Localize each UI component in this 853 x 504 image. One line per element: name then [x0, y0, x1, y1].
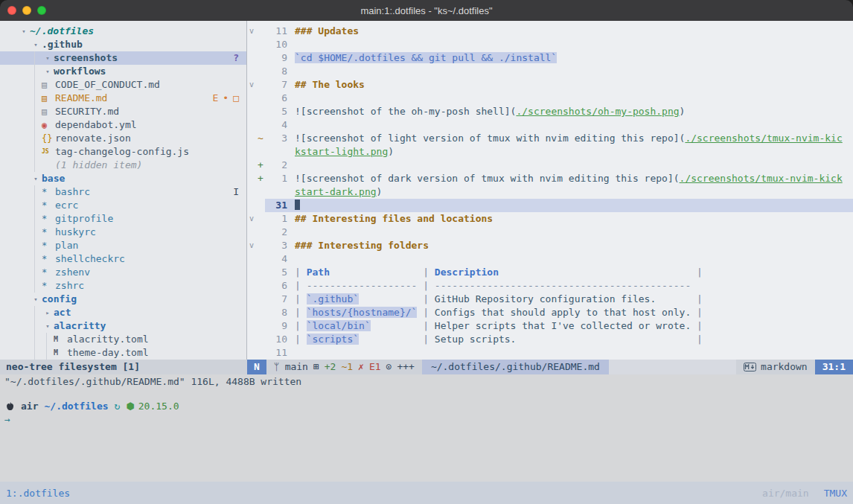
tree-item-alacritty[interactable]: ▾alacritty: [0, 319, 246, 333]
titlebar[interactable]: main:1:.dotfiles - "ks~/.dotfiles": [0, 0, 853, 21]
tree-item-theme-day-toml[interactable]: Mtheme-day.toml: [0, 346, 246, 360]
editor-line[interactable]: 9`cd $HOME/.dotfiles && git pull && ./in…: [247, 51, 853, 65]
chevron-down-icon[interactable]: ▾: [30, 38, 42, 51]
editor-line[interactable]: 8| `hosts/{hostname}/` | Configs that sh…: [247, 306, 853, 319]
line-text: ## Interesting files and locations: [295, 212, 493, 226]
editor-line[interactable]: v1## Interesting files and locations: [247, 212, 853, 226]
prompt-input-line[interactable]: →: [0, 413, 853, 427]
fold-icon[interactable]: v: [247, 25, 256, 38]
nvim-area: ▾~/.dotfiles▾.github▾screenshots?▾workfl…: [0, 21, 853, 360]
line-number: [265, 145, 287, 159]
editor-line[interactable]: v11### Updates: [247, 25, 853, 38]
editor-buffer[interactable]: v11### Updates109`cd $HOME/.dotfiles && …: [247, 21, 853, 360]
tree-item-github[interactable]: ▾.github: [0, 38, 246, 51]
tree-item-dependabot-yml[interactable]: ◉dependabot.yml: [0, 118, 246, 132]
chevron-down-icon[interactable]: ▾: [30, 172, 42, 185]
editor-line[interactable]: v3### Interesting folders: [247, 239, 853, 252]
editor-line[interactable]: 10| `scripts` | Setup scripts. |: [247, 333, 853, 346]
tree-item-label: (1 hidden item): [55, 159, 142, 172]
editor-line[interactable]: +1![screenshot of dark version of tmux w…: [247, 172, 853, 185]
syntax-pipe: |: [691, 320, 703, 331]
tree-item-act[interactable]: ▸act: [0, 306, 246, 319]
syntax-pipe: |: [417, 307, 434, 318]
tree-item-label: huskyrc: [55, 226, 96, 239]
editor-line[interactable]: 6: [247, 92, 853, 105]
tree-item-code-of-conduct-md[interactable]: ▤CODE_OF_CONDUCT.md: [0, 78, 246, 92]
line-number: 6: [265, 279, 287, 293]
editor-line[interactable]: ~3![screenshot of light version of tmux …: [247, 132, 853, 145]
tree-item-badges: ?: [233, 51, 246, 65]
syntax-t: Helper scripts that I've collected or wr…: [435, 320, 691, 331]
maximize-button[interactable]: [37, 6, 46, 15]
syntax-t: ): [377, 186, 383, 197]
buffer-line: 10: [265, 38, 853, 51]
tree-item-dotfiles[interactable]: ▾~/.dotfiles: [0, 25, 246, 38]
line-number: 10: [265, 333, 287, 346]
neotree-panel[interactable]: ▾~/.dotfiles▾.github▾screenshots?▾workfl…: [0, 21, 246, 360]
tree-item-readme-md[interactable]: ▤README.mdE•□: [0, 92, 246, 105]
tree-item-plan[interactable]: *plan: [0, 239, 246, 252]
editor-line[interactable]: 5![screenshot of the oh-my-posh shell](.…: [247, 105, 853, 118]
tree-item-renovate-json[interactable]: {}renovate.json: [0, 132, 246, 145]
tree-item-huskyrc[interactable]: *huskyrc: [0, 226, 246, 239]
line-number: 11: [265, 25, 287, 38]
tree-item-label: ~/.dotfiles: [30, 25, 94, 38]
fold-icon[interactable]: v: [247, 239, 256, 252]
tree-item-alacritty-toml[interactable]: Malacritty.toml: [0, 333, 246, 346]
editor-line[interactable]: 4: [247, 252, 853, 266]
chevron-down-icon[interactable]: ▾: [42, 51, 54, 65]
tmux-window-tab[interactable]: 1:.dotfiles: [6, 488, 70, 499]
chevron-right-icon[interactable]: ▸: [42, 306, 54, 319]
tree-item-shellcheckrc[interactable]: *shellcheckrc: [0, 252, 246, 266]
prompt-path: ~/.dotfiles: [44, 400, 108, 413]
editor-line[interactable]: +2: [247, 159, 853, 172]
tree-item-workflows[interactable]: ▾workflows: [0, 65, 246, 78]
tree-item-config[interactable]: ▾config: [0, 293, 246, 306]
tree-item-label: alacritty.toml: [67, 333, 149, 346]
tree-item-zshenv[interactable]: *zshenv: [0, 266, 246, 279]
editor-line[interactable]: v7## The looks: [247, 78, 853, 92]
fold-icon[interactable]: v: [247, 212, 256, 226]
shell-file-icon: *: [42, 266, 55, 279]
editor-line[interactable]: 5| Path | Description |: [247, 266, 853, 279]
editor-line[interactable]: 2: [247, 226, 853, 239]
editor-line[interactable]: 4: [247, 118, 853, 132]
syntax-code: `cd $HOME/.dotfiles && git pull && ./ins…: [295, 52, 557, 63]
editor-line[interactable]: 7| `.github` | GitHub Repository configu…: [247, 293, 853, 306]
editor-line[interactable]: 10: [247, 38, 853, 51]
syntax-pipe: |: [295, 267, 307, 278]
chevron-down-icon[interactable]: ▾: [18, 25, 30, 38]
tree-item-tag-changelog-config-js[interactable]: JStag-changelog-config.js: [0, 145, 246, 159]
tree-item-ecrc[interactable]: *ecrc: [0, 199, 246, 212]
minimize-button[interactable]: [22, 6, 31, 15]
line-number: 2: [265, 159, 287, 172]
terminal-empty-area: [0, 427, 853, 482]
chevron-down-icon[interactable]: ▾: [42, 319, 54, 333]
tree-item-label: config: [42, 293, 77, 306]
tree-item-bashrc[interactable]: *bashrcI: [0, 185, 246, 199]
tree-item-1-hidden-item[interactable]: (1 hidden item): [0, 159, 246, 172]
tree-item-screenshots[interactable]: ▾screenshots?: [0, 51, 246, 65]
syntax-pipe: |: [359, 293, 435, 304]
buffer-line: 9| `local/bin` | Helper scripts that I'v…: [265, 319, 853, 333]
tree-item-zshrc[interactable]: *zshrc: [0, 279, 246, 293]
fold-icon[interactable]: v: [247, 78, 256, 92]
editor-line[interactable]: 9| `local/bin` | Helper scripts that I'v…: [247, 319, 853, 333]
editor-line[interactable]: 8: [247, 65, 853, 78]
shell-pane[interactable]: air ~/.dotfiles ↻ ⬢ 20.15.0 →: [0, 389, 853, 427]
editor-line[interactable]: 31: [247, 199, 853, 212]
chevron-down-icon[interactable]: ▾: [30, 293, 42, 306]
tree-item-gitprofile[interactable]: *gitprofile: [0, 212, 246, 226]
tree-item-base[interactable]: ▾base: [0, 172, 246, 185]
line-text: | Path | Description |: [295, 266, 703, 279]
chevron-down-icon[interactable]: ▾: [42, 65, 54, 78]
tree-item-security-md[interactable]: ▤SECURITY.md: [0, 105, 246, 118]
shell-file-icon: *: [42, 185, 55, 199]
editor-line[interactable]: start-dark.png): [247, 185, 853, 199]
close-button[interactable]: [7, 6, 16, 15]
editor-line[interactable]: 11: [247, 346, 853, 360]
git-sign-column: [256, 319, 265, 333]
editor-line[interactable]: 6| ------------------- | ---------------…: [247, 279, 853, 293]
editor-line[interactable]: kstart-light.png): [247, 145, 853, 159]
line-text: ### Interesting folders: [295, 239, 429, 252]
